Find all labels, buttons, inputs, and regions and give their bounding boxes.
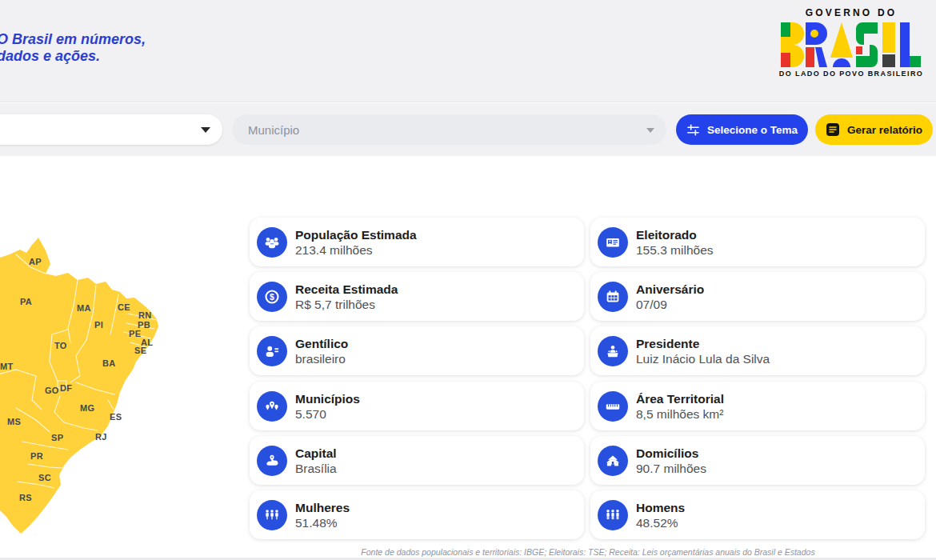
card-domicilios: Domicílios 90.7 milhões bbox=[590, 436, 925, 485]
card-title: Municípios bbox=[295, 391, 360, 406]
state-label-ap: AP bbox=[29, 257, 42, 266]
site-tagline: O Brasil em números, dados e ações. bbox=[0, 31, 146, 65]
state-label-sc: SC bbox=[38, 473, 51, 482]
card-title: Presidente bbox=[636, 336, 770, 351]
card-presidente: Presidente Luiz Inácio Lula da Silva bbox=[590, 326, 925, 375]
card-capital: Capital Brasília bbox=[250, 436, 584, 485]
card-aniversario: Aniversário 07/09 bbox=[590, 272, 925, 321]
map-pin-icon bbox=[257, 446, 287, 476]
municipality-placeholder: Município bbox=[248, 123, 299, 137]
card-title: Eleitorado bbox=[636, 227, 714, 242]
logo-top-text: GOVERNO DO bbox=[774, 7, 928, 18]
card-title: Capital bbox=[295, 446, 337, 461]
tagline-line2: dados e ações. bbox=[0, 48, 146, 65]
select-theme-button[interactable]: Selecione o Tema bbox=[676, 114, 808, 145]
card-title: Área Territorial bbox=[636, 391, 724, 406]
card-homens: Homens 48.52% bbox=[590, 490, 925, 539]
state-select[interactable] bbox=[0, 114, 222, 145]
chevron-down-icon bbox=[201, 127, 210, 133]
card-value: Luiz Inácio Lula da Silva bbox=[636, 351, 770, 366]
state-label-pa: PA bbox=[20, 297, 32, 306]
president-podium-icon bbox=[598, 336, 628, 366]
card-title: Homens bbox=[636, 500, 685, 515]
state-label-ce: CE bbox=[118, 302, 130, 312]
card-value: Brasília bbox=[295, 461, 337, 476]
calendar-icon bbox=[598, 282, 628, 312]
women-icon bbox=[257, 500, 287, 530]
filter-bar: Município Selecione o Tema bbox=[0, 103, 936, 156]
select-theme-label: Selecione o Tema bbox=[707, 124, 798, 136]
card-value: 48.52% bbox=[636, 515, 685, 530]
state-label-ba: BA bbox=[102, 358, 116, 368]
governo-do-brasil-logo: GOVERNO DO bbox=[774, 7, 928, 78]
brazil-map[interactable]: AP PA MA CE RN PB PI PE AL SE TO MT BA G… bbox=[0, 232, 172, 544]
municipality-select[interactable]: Município bbox=[232, 114, 666, 145]
state-label-sp: SP bbox=[51, 433, 63, 442]
card-value: R$ 5,7 trilhões bbox=[295, 297, 398, 312]
ruler-icon bbox=[598, 391, 628, 422]
card-municipios: Municípios 5.570 bbox=[250, 382, 584, 430]
svg-text:$: $ bbox=[270, 291, 274, 301]
state-label-go: GO bbox=[45, 386, 59, 395]
state-label-rs: RS bbox=[19, 493, 32, 502]
state-label-pr: PR bbox=[30, 451, 43, 461]
state-label-rj: RJ bbox=[95, 432, 107, 442]
state-label-to: TO bbox=[54, 341, 67, 350]
state-label-mt: MT bbox=[0, 362, 13, 371]
brasil-logo-icon bbox=[781, 22, 922, 67]
card-value: 90.7 milhões bbox=[636, 461, 706, 476]
state-label-ms: MS bbox=[7, 417, 21, 426]
card-title: População Estimada bbox=[295, 227, 417, 242]
state-label-pi: PI bbox=[94, 320, 103, 330]
card-mulheres: Mulheres 51.48% bbox=[250, 490, 584, 539]
state-label-pe: PE bbox=[129, 329, 141, 338]
data-source-note: Fonte de dados populacionais e territori… bbox=[250, 547, 926, 557]
card-receita-estimada: $ Receita Estimada R$ 5,7 trilhões bbox=[250, 272, 584, 321]
card-eleitorado: Eleitorado 155.3 milhões bbox=[590, 218, 925, 266]
header: O Brasil em números, dados e ações. GOVE… bbox=[0, 0, 936, 102]
card-value: 155.3 milhões bbox=[636, 242, 714, 258]
card-gentilico: Gentílico brasileiro bbox=[250, 326, 584, 375]
card-title: Domicílios bbox=[636, 446, 706, 461]
chevron-down-icon bbox=[646, 128, 654, 133]
state-label-ma: MA bbox=[77, 303, 91, 313]
main-content: AP PA MA CE RN PB PI PE AL SE TO MT BA G… bbox=[0, 156, 936, 560]
people-group-icon bbox=[257, 227, 287, 258]
card-populacao-estimada: População Estimada 213.4 milhões bbox=[250, 218, 584, 266]
card-value: 5.570 bbox=[295, 406, 360, 422]
map-pins-icon bbox=[257, 391, 287, 422]
logo-bottom-text: DO LADO DO POVO BRASILEIRO bbox=[774, 70, 928, 78]
document-icon bbox=[826, 122, 840, 137]
card-value: 8,5 milhões km² bbox=[636, 406, 724, 422]
card-title: Gentílico bbox=[295, 336, 348, 351]
brasil-em-numeros-page: O Brasil em números, dados e ações. GOVE… bbox=[0, 0, 936, 560]
card-title: Receita Estimada bbox=[295, 282, 398, 297]
state-label-df: DF bbox=[60, 383, 72, 393]
generate-report-label: Gerar relatório bbox=[847, 124, 922, 136]
voter-id-icon bbox=[598, 227, 628, 258]
card-title: Mulheres bbox=[295, 500, 350, 515]
state-label-rn: RN bbox=[138, 310, 152, 320]
card-value: 213.4 milhões bbox=[295, 242, 417, 258]
houses-icon bbox=[598, 446, 628, 476]
card-area-territorial: Área Territorial 8,5 milhões km² bbox=[590, 382, 925, 430]
card-title: Aniversário bbox=[636, 282, 704, 297]
state-label-se: SE bbox=[134, 346, 146, 355]
state-label-es: ES bbox=[110, 412, 122, 422]
tagline-line1: O Brasil em números, bbox=[0, 31, 146, 48]
men-icon bbox=[598, 500, 628, 530]
card-value: 51.48% bbox=[295, 515, 350, 530]
state-label-mg: MG bbox=[80, 403, 94, 413]
dollar-icon: $ bbox=[257, 282, 287, 312]
card-value: brasileiro bbox=[295, 351, 348, 366]
generate-report-button[interactable]: Gerar relatório bbox=[815, 114, 933, 145]
card-value: 07/09 bbox=[636, 297, 704, 312]
sliders-icon bbox=[686, 123, 700, 137]
person-lines-icon bbox=[257, 336, 287, 366]
